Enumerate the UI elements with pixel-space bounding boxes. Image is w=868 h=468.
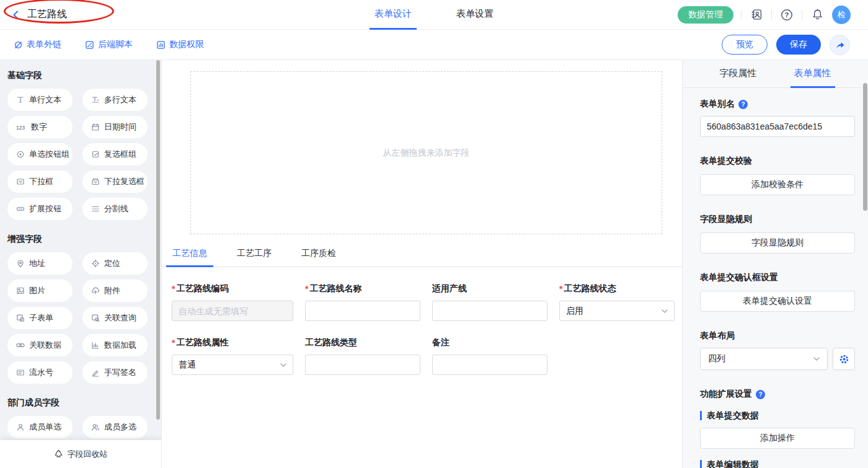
- field-attachment[interactable]: 附件: [82, 280, 148, 302]
- field-checkbox-group[interactable]: 复选框组: [82, 143, 148, 166]
- field-data-load[interactable]: 数据加载: [82, 334, 148, 356]
- tab-process-info[interactable]: 工艺信息: [166, 248, 213, 267]
- route-type-input[interactable]: [305, 355, 420, 375]
- field-multi-select[interactable]: 下拉复选框: [82, 170, 148, 193]
- header-right: 数据管理 ? 检: [678, 6, 851, 24]
- field-signature[interactable]: 手写签名: [82, 361, 148, 384]
- data-manage-button[interactable]: 数据管理: [678, 6, 733, 24]
- add-validation-button[interactable]: 添加校验条件: [700, 174, 855, 195]
- tab-field-properties[interactable]: 字段属性: [716, 60, 761, 88]
- properties-panel: 字段属性 表单属性 表单别名 ? 表单提交校验 添加校验条件 字段显隐规则 字段…: [682, 60, 868, 468]
- field-member-single[interactable]: 成员单选: [7, 416, 73, 438]
- tab-form-settings[interactable]: 表单设置: [451, 0, 498, 30]
- enhanced-fields-grid: 地址 定位 图片 附件 子表单: [0, 252, 161, 384]
- data-permission-label: 数据权限: [169, 39, 204, 50]
- field-label: 手写签名: [104, 367, 136, 378]
- field-label: 成员单选: [29, 422, 61, 433]
- tab-form-properties[interactable]: 表单属性: [790, 60, 835, 88]
- field-recycle-bin-button[interactable]: 字段回收站: [0, 440, 161, 468]
- field-label: 日期时间: [104, 121, 136, 133]
- tab-form-design[interactable]: 表单设计: [370, 0, 417, 30]
- field-radio-group[interactable]: 单选按钮组: [7, 143, 73, 166]
- required-star: *: [305, 284, 308, 294]
- number-123-icon: 123: [16, 123, 27, 131]
- field-address[interactable]: 地址: [7, 252, 73, 275]
- route-name-input[interactable]: [305, 301, 420, 321]
- tab-step-quality[interactable]: 工序质检: [295, 248, 342, 267]
- field-label: 成员多选: [104, 422, 136, 433]
- field-number[interactable]: 123 数字: [7, 116, 73, 138]
- data-permission-button[interactable]: 数据权限: [156, 39, 204, 50]
- field-label: 备注: [432, 337, 450, 348]
- main-content: 基础字段 单行文本 多行文本 123 数字 日期时间: [0, 60, 868, 468]
- route-code-input[interactable]: [172, 301, 293, 321]
- external-link-label: 表单外链: [27, 39, 61, 50]
- canvas-form-grid: *工艺路线编码 *工艺路线名称 适用产线 *工艺路线状态 启用: [162, 267, 682, 375]
- subform-icon: [16, 314, 25, 322]
- label-text: 表单别名: [700, 99, 735, 110]
- share-button[interactable]: [830, 35, 850, 55]
- required-star: *: [172, 338, 175, 348]
- remark-input[interactable]: [432, 355, 547, 375]
- field-linked-data[interactable]: 关联数据: [7, 334, 73, 356]
- script-icon: [85, 40, 94, 50]
- tab-process-steps[interactable]: 工艺工序: [231, 248, 278, 267]
- field-image[interactable]: 图片: [7, 280, 73, 302]
- field-divider-line[interactable]: 分割线: [82, 198, 148, 220]
- form-field-route-type: 工艺路线类型: [305, 337, 420, 375]
- form-layout-row: 四列: [700, 348, 855, 370]
- chevron-down-icon: [813, 357, 820, 361]
- drop-zone[interactable]: 从左侧拖拽来添加字段: [190, 71, 662, 234]
- route-attribute-select[interactable]: 普通: [172, 355, 293, 375]
- calendar-icon: [91, 123, 100, 131]
- field-member-multi[interactable]: 成员多选: [82, 416, 148, 438]
- field-visibility-button[interactable]: 字段显隐规则: [700, 232, 855, 254]
- panel-scrollbar[interactable]: [863, 83, 867, 211]
- back-button[interactable]: [11, 10, 21, 20]
- question-badge-icon[interactable]: ?: [756, 390, 765, 399]
- field-datetime[interactable]: 日期时间: [82, 116, 148, 138]
- submit-confirm-button[interactable]: 表单提交确认设置: [700, 291, 855, 312]
- route-status-select[interactable]: 启用: [559, 301, 675, 321]
- avatar[interactable]: 检: [832, 6, 851, 24]
- field-location[interactable]: 定位: [82, 252, 148, 275]
- field-label: 下拉复选框: [104, 176, 144, 187]
- chain-link-icon: [16, 341, 25, 350]
- field-label: 单行文本: [29, 94, 61, 105]
- layout-settings-button[interactable]: [833, 348, 855, 370]
- drop-zone-hint: 从左侧拖拽来添加字段: [383, 148, 470, 159]
- field-multi-text[interactable]: 多行文本: [82, 89, 148, 111]
- contacts-book-icon[interactable]: [749, 7, 764, 22]
- form-alias-label: 表单别名 ?: [700, 99, 855, 110]
- form-field-route-code: *工艺路线编码: [172, 283, 293, 321]
- sidebar-scrollbar[interactable]: [156, 60, 160, 420]
- question-circle-icon[interactable]: ?: [779, 7, 794, 22]
- save-button[interactable]: 保存: [776, 35, 821, 55]
- field-select[interactable]: 下拉框: [7, 170, 73, 193]
- field-label: 关联查询: [104, 312, 136, 324]
- data-permission-icon: [156, 40, 166, 50]
- field-serial-number[interactable]: 流水号: [7, 361, 73, 384]
- field-linked-query[interactable]: 关联查询: [82, 307, 148, 329]
- external-link-icon: [14, 40, 23, 50]
- bell-icon[interactable]: [810, 7, 825, 22]
- svg-text:123: 123: [16, 125, 25, 131]
- field-subform[interactable]: 子表单: [7, 307, 73, 329]
- field-label: 下拉框: [29, 176, 53, 187]
- preview-button[interactable]: 预览: [722, 35, 768, 55]
- divider: [741, 10, 742, 20]
- field-sidebar: 基础字段 单行文本 多行文本 123 数字 日期时间: [0, 60, 161, 468]
- field-single-text[interactable]: 单行文本: [7, 89, 73, 111]
- production-line-input[interactable]: [432, 301, 547, 321]
- required-star: *: [559, 284, 562, 294]
- form-layout-select[interactable]: 四列: [700, 348, 828, 370]
- recycle-icon: [54, 449, 63, 459]
- external-link-button[interactable]: 表单外链: [14, 39, 61, 50]
- submit-data-add-button[interactable]: 添加操作: [700, 428, 855, 449]
- submit-confirm-label: 表单提交确认框设置: [700, 272, 855, 283]
- field-extend-button[interactable]: 扩展按钮: [7, 198, 73, 220]
- question-badge-icon[interactable]: ?: [738, 100, 748, 109]
- form-alias-input[interactable]: [700, 116, 855, 137]
- backend-script-button[interactable]: 后端脚本: [85, 39, 133, 50]
- svg-text:?: ?: [785, 11, 789, 19]
